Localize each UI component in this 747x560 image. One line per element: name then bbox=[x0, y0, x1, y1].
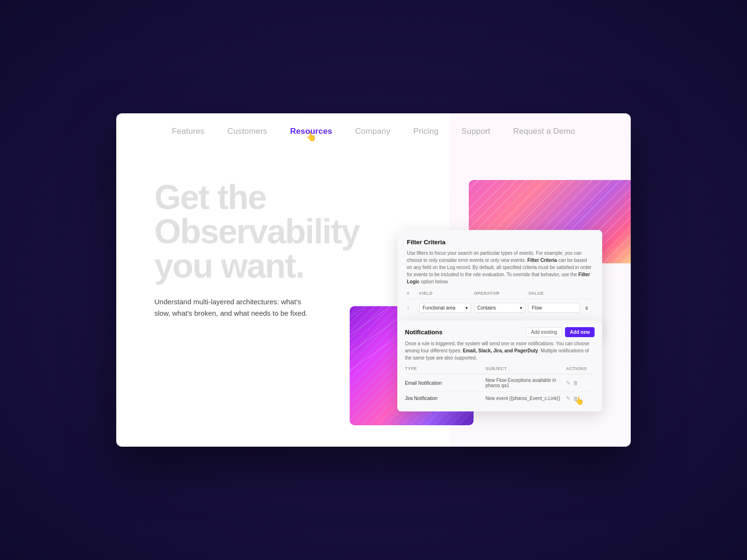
notif-row-email-actions: ✎ 🗑 bbox=[566, 380, 595, 386]
notif-email-trash-icon[interactable]: 🗑 bbox=[573, 380, 578, 386]
notifications-actions: Add existing Add new bbox=[526, 327, 595, 337]
filter-col-actions bbox=[583, 291, 593, 296]
filter-field-select[interactable]: Functional area ▾ bbox=[419, 303, 471, 313]
nav-request-demo[interactable]: Request a Demo bbox=[513, 127, 575, 136]
main-card: Features Customers Resources 👆 Company P… bbox=[116, 113, 631, 447]
filter-field-value: Functional area bbox=[423, 305, 455, 310]
notifications-card: Notifications Add existing Add new Once … bbox=[397, 320, 602, 411]
notif-jira-edit-icon[interactable]: ✎ bbox=[566, 395, 570, 401]
notif-col-subject: SUBJECT bbox=[485, 366, 563, 371]
notif-email-edit-icon[interactable]: ✎ bbox=[566, 380, 570, 386]
filter-operator-value: Contains bbox=[477, 305, 496, 310]
nav-customers[interactable]: Customers bbox=[227, 127, 267, 136]
nav-support[interactable]: Support bbox=[462, 127, 491, 136]
notif-table-header: TYPE SUBJECT ACTIONS bbox=[405, 366, 595, 374]
nav-company[interactable]: Company bbox=[355, 127, 390, 136]
filter-table-row: 1 Functional area ▾ Contains ▾ Flow 🗑 bbox=[407, 299, 593, 317]
hero-title: Get the Observability you want. bbox=[154, 180, 364, 283]
notifications-title: Notifications bbox=[405, 329, 443, 336]
filter-table-header: # FIELD OPERATOR VALUE bbox=[407, 291, 593, 299]
notif-row-jira-actions: ✎ 🗑👆 bbox=[566, 395, 595, 401]
notif-desc-bold: Email, Slack, Jira, and PagerDuty bbox=[463, 348, 538, 353]
notif-row-jira-type: Jira Notification bbox=[405, 396, 483, 401]
notif-row-jira-subject: New event {{pharos_Event_c.Link}} bbox=[485, 396, 563, 401]
notif-col-actions: ACTIONS bbox=[566, 366, 595, 371]
notif-col-type: TYPE bbox=[405, 366, 483, 371]
nav-features[interactable]: Features bbox=[172, 127, 204, 136]
filter-col-num: # bbox=[407, 291, 416, 296]
filter-row-num: 1 bbox=[407, 305, 416, 310]
hero-subtitle: Understand multi-layered architectures: … bbox=[154, 296, 316, 319]
hero-section: Get the Observability you want. Understa… bbox=[154, 180, 364, 319]
add-new-button[interactable]: Add new bbox=[565, 327, 595, 337]
notif-jira-trash-icon[interactable]: 🗑👆 bbox=[573, 396, 578, 401]
add-existing-button[interactable]: Add existing bbox=[526, 327, 562, 337]
notif-row-email-type: Email Notification bbox=[405, 380, 483, 386]
filter-criteria-description: Use filters to focus your search on part… bbox=[407, 250, 593, 285]
filter-delete-button[interactable]: 🗑 bbox=[583, 304, 591, 312]
filter-field-chevron: ▾ bbox=[465, 305, 468, 310]
filter-criteria-title: Filter Criteria bbox=[407, 239, 593, 246]
notif-row-email: Email Notification New Flow Exceptions a… bbox=[405, 374, 595, 392]
filter-col-operator: OPERATOR bbox=[474, 291, 526, 296]
navbar: Features Customers Resources 👆 Company P… bbox=[116, 113, 631, 150]
nav-resources[interactable]: Resources bbox=[290, 127, 332, 136]
notifications-description: Once a rule is triggered, the system wil… bbox=[405, 340, 595, 361]
notifications-header: Notifications Add existing Add new bbox=[405, 327, 595, 337]
filter-col-field: FIELD bbox=[419, 291, 471, 296]
nav-pricing[interactable]: Pricing bbox=[413, 127, 438, 136]
filter-desc-bold1: Filter Criteria bbox=[527, 258, 557, 263]
filter-operator-select[interactable]: Contains ▾ bbox=[474, 303, 526, 313]
filter-value-input[interactable]: Flow bbox=[528, 303, 580, 313]
filter-desc-text3: option below. bbox=[420, 279, 449, 284]
notif-row-email-subject: New Flow Exceptions available in pharos … bbox=[485, 378, 563, 388]
notif-row-jira: Jira Notification New event {{pharos_Eve… bbox=[405, 392, 595, 405]
filter-operator-chevron: ▾ bbox=[520, 305, 522, 310]
filter-col-value: VALUE bbox=[528, 291, 580, 296]
